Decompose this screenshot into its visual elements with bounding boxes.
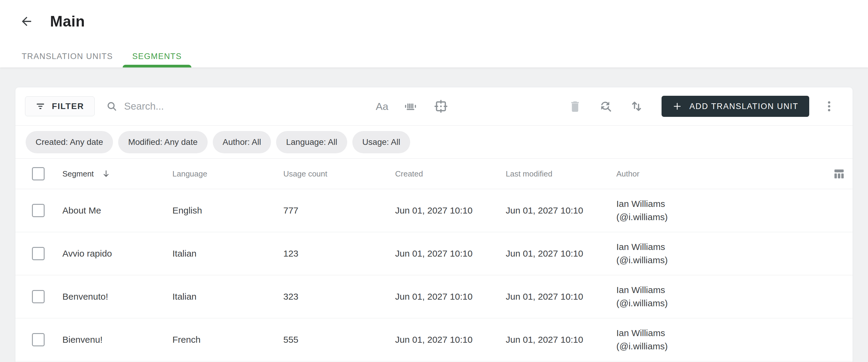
column-header-last-modified[interactable]: Last modified (506, 169, 616, 178)
table-row[interactable]: Benvenuto! Italian 323 Jun 01, 2027 10:1… (16, 275, 852, 318)
row-checkbox[interactable] (32, 290, 44, 303)
row-checkbox[interactable] (32, 204, 44, 217)
chip-created[interactable]: Created: Any date (26, 131, 113, 153)
row-checkbox-cell (16, 204, 62, 217)
chip-usage[interactable]: Usage: All (352, 131, 410, 153)
segment-cell: Bienvenu! (62, 335, 173, 345)
usage-count-cell: 123 (283, 249, 395, 259)
segment-cell: Benvenuto! (62, 292, 173, 302)
sort-arrows-icon (629, 99, 644, 113)
focus-frame-icon (433, 99, 448, 114)
language-cell: Italian (173, 292, 283, 302)
created-cell: Jun 01, 2027 10:10 (395, 205, 506, 216)
segment-cell: Avvio rapido (62, 249, 173, 259)
author-name: Ian Williams (616, 240, 810, 254)
author-name: Ian Williams (616, 197, 810, 210)
tab-bar: TRANSLATION UNITS SEGMENTS (12, 45, 191, 67)
find-replace-button[interactable] (599, 99, 613, 113)
row-checkbox-cell (16, 333, 62, 346)
segment-cell: About Me (62, 205, 173, 216)
page-header: Main TRANSLATION UNITS SEGMENTS (0, 0, 868, 67)
column-header-created[interactable]: Created (395, 169, 506, 178)
author-handle: (@i.williams) (616, 254, 810, 267)
author-handle: (@i.williams) (616, 210, 810, 224)
back-arrow-icon (20, 14, 33, 28)
created-cell: Jun 01, 2027 10:10 (395, 335, 506, 345)
author-name: Ian Williams (616, 326, 810, 340)
created-cell: Jun 01, 2027 10:10 (395, 249, 506, 259)
last-modified-cell: Jun 01, 2027 10:10 (506, 335, 616, 345)
table-header-row: Segment Language Usage count Created Las… (16, 159, 852, 189)
segments-table: Segment Language Usage count Created Las… (16, 159, 852, 361)
author-cell: Ian Williams (@i.williams) (616, 326, 816, 353)
column-header-author[interactable]: Author (616, 169, 816, 178)
tab-segments-label: SEGMENTS (132, 52, 182, 61)
column-header-language[interactable]: Language (173, 169, 283, 178)
match-case-toggle[interactable]: Aa (376, 101, 389, 112)
last-modified-cell: Jun 01, 2027 10:10 (506, 205, 616, 216)
sort-descending-icon (101, 169, 111, 178)
whole-word-toggle[interactable] (403, 98, 418, 114)
tab-segments[interactable]: SEGMENTS (123, 45, 191, 67)
author-cell: Ian Williams (@i.williams) (616, 284, 816, 310)
table-row[interactable]: Bienvenu! French 555 Jun 01, 2027 10:10 … (16, 318, 852, 361)
toolbar: FILTER Aa (16, 87, 852, 126)
chip-language[interactable]: Language: All (276, 131, 347, 153)
segment-column-label: Segment (62, 169, 94, 178)
page-title: Main (50, 13, 85, 30)
tab-translation-units[interactable]: TRANSLATION UNITS (12, 45, 123, 67)
chip-modified[interactable]: Modified: Any date (118, 131, 207, 153)
row-checkbox-cell (16, 247, 62, 260)
delete-button[interactable] (568, 99, 582, 113)
search-input[interactable] (124, 101, 347, 112)
column-header-segment[interactable]: Segment (62, 169, 173, 178)
usage-count-cell: 555 (283, 335, 395, 345)
plus-icon (673, 101, 682, 111)
chip-author[interactable]: Author: All (213, 131, 271, 153)
back-button[interactable] (19, 13, 34, 29)
author-cell: Ian Williams (@i.williams) (616, 240, 816, 267)
filter-button-label: FILTER (52, 101, 84, 111)
filter-chips-row: Created: Any date Modified: Any date Aut… (16, 126, 852, 159)
segments-panel: FILTER Aa (15, 87, 853, 362)
trash-icon (568, 99, 582, 113)
header-columns-cell (816, 167, 852, 181)
table-row[interactable]: Avvio rapido Italian 123 Jun 01, 2027 10… (16, 232, 852, 275)
add-translation-unit-button[interactable]: ADD TRANSLATION UNIT (661, 96, 809, 117)
add-translation-unit-label: ADD TRANSLATION UNIT (689, 102, 798, 111)
author-handle: (@i.williams) (616, 340, 810, 353)
author-handle: (@i.williams) (616, 297, 810, 310)
usage-count-cell: 777 (283, 205, 395, 216)
match-case-icon: Aa (376, 101, 389, 112)
created-cell: Jun 01, 2027 10:10 (395, 292, 506, 302)
header-checkbox-cell (16, 167, 62, 180)
language-cell: English (173, 205, 283, 216)
select-all-checkbox[interactable] (32, 167, 44, 180)
filter-button[interactable]: FILTER (25, 96, 95, 116)
search-box (106, 101, 347, 112)
sort-button[interactable] (629, 99, 644, 113)
title-row: Main (0, 0, 868, 30)
search-icon (106, 101, 118, 112)
column-header-usage-count[interactable]: Usage count (283, 169, 395, 178)
exact-match-toggle[interactable] (433, 99, 448, 114)
row-checkbox-cell (16, 290, 62, 303)
filter-icon (36, 101, 45, 111)
barcode-icon (403, 98, 418, 114)
author-name: Ian Williams (616, 284, 810, 297)
row-checkbox[interactable] (32, 247, 44, 260)
row-checkbox[interactable] (32, 333, 44, 346)
manage-columns-button[interactable] (832, 167, 846, 181)
usage-count-cell: 323 (283, 292, 395, 302)
tab-translation-units-label: TRANSLATION UNITS (22, 52, 113, 61)
active-tab-indicator (123, 65, 191, 67)
kebab-menu-icon (823, 100, 836, 113)
language-cell: Italian (173, 249, 283, 259)
columns-icon (832, 167, 846, 181)
language-cell: French (173, 335, 283, 345)
last-modified-cell: Jun 01, 2027 10:10 (506, 292, 616, 302)
find-replace-icon (599, 99, 613, 113)
more-options-button[interactable] (823, 100, 836, 113)
table-row[interactable]: About Me English 777 Jun 01, 2027 10:10 … (16, 189, 852, 232)
author-cell: Ian Williams (@i.williams) (616, 197, 816, 224)
